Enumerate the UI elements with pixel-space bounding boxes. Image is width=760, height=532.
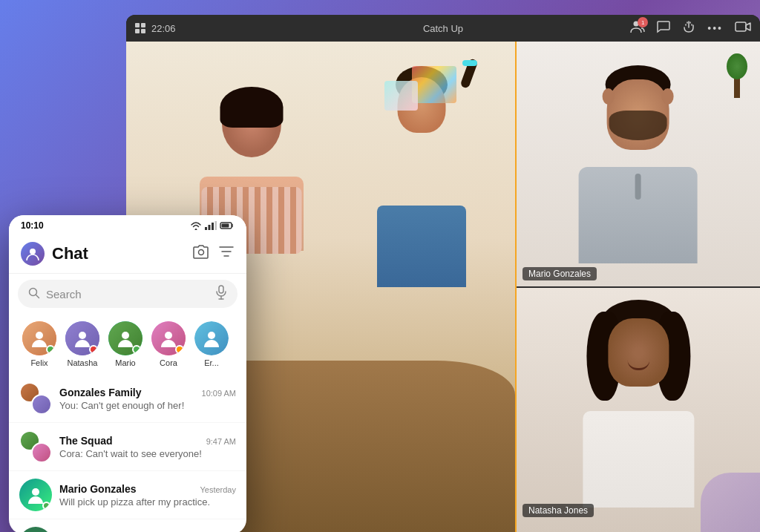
gonzales-family-header: Gonzales Family 10:09 AM [59,387,236,398]
title-bar-title: Catch Up [423,23,463,34]
svg-point-21 [122,332,129,339]
gonzales-family-preview: You: Can't get enough of her! [59,400,236,411]
felix-status [46,345,55,354]
mario-gonzales-avatar [19,479,52,511]
contact-felix[interactable]: Felix [18,321,61,367]
hand-icon[interactable] [682,20,695,36]
title-bar-right: 1 ••• [630,20,751,36]
chat-title: Chat [52,244,88,263]
svg-rect-8 [222,224,229,228]
cora-name: Cora [160,358,177,367]
header-camera-icon[interactable] [193,245,209,263]
title-bar-time: 22:06 [151,23,176,34]
cora-status [175,345,184,354]
svg-rect-4 [209,225,211,230]
mario-gonzales-header: Mario Gonzales Yesterday [59,483,236,495]
natasha-video-tile: Natasha Jones [517,288,760,533]
chat-list: Gonzales Family 10:09 AM You: Can't get … [9,375,246,532]
gonzales-family-name: Gonzales Family [59,387,141,398]
mario-gonzales-content: Mario Gonzales Yesterday Will pick up pi… [59,483,236,508]
title-bar: 22:06 Catch Up 1 [126,15,760,42]
mic-icon[interactable] [215,285,227,303]
squad-preview: Cora: Can't wait to see everyone! [59,448,236,459]
mario-label: Mario Gonzales [522,267,597,280]
green-tree-chat[interactable]: GT Green Tree House PTA Yesterday [9,519,246,532]
more-options-icon[interactable]: ••• [707,22,723,34]
svg-rect-3 [205,227,207,230]
title-bar-left: 22:06 [135,23,176,34]
contact-cora[interactable]: Cora [147,321,190,367]
gonzales-family-content: Gonzales Family 10:09 AM You: Can't get … [59,387,236,411]
chat-header-avatar [21,242,45,266]
camera-icon[interactable] [735,21,751,36]
right-video-panel: Mario Gonzales [515,42,760,532]
svg-point-23 [208,332,215,339]
svg-rect-16 [219,286,223,293]
mario-gonzales-time: Yesterday [200,485,236,494]
grid-icon[interactable] [135,23,145,33]
natasha-label: Natasha Jones [522,504,594,517]
squad-avatar [19,430,52,463]
gonzales-family-avatar [19,382,52,415]
svg-point-24 [32,488,39,496]
chat-bubble-icon[interactable] [657,20,670,36]
svg-point-22 [165,332,172,339]
search-icon [28,287,40,301]
squad-time: 9:47 AM [206,437,236,446]
svg-rect-2 [736,22,746,31]
contact-er[interactable]: Er... [190,321,233,367]
phone-header-left: Chat [21,242,88,266]
people-icon[interactable]: 1 [630,20,645,36]
squad-header: The Squad 9:47 AM [59,435,236,447]
gonzales-family-time: 10:09 AM [202,389,236,398]
search-bar[interactable]: Search [18,280,238,308]
status-icons [190,221,235,230]
squad-chat[interactable]: The Squad 9:47 AM Cora: Can't wait to se… [9,423,246,471]
mobile-phone: 10:10 [9,215,246,532]
svg-point-20 [79,332,86,339]
mario-video-tile: Mario Gonzales [517,42,760,288]
phone-status-bar: 10:10 [9,215,246,236]
squad-name: The Squad [59,435,113,447]
natasha-status [89,345,98,354]
gonzales-family-chat[interactable]: Gonzales Family 10:09 AM You: Can't get … [9,375,246,423]
notification-badge: 1 [638,17,648,27]
svg-rect-5 [212,223,214,230]
contact-mario[interactable]: Mario [104,321,147,367]
mario-contact-name: Mario [115,358,136,367]
svg-rect-6 [215,221,217,230]
svg-point-19 [36,332,43,339]
er-name: Er... [204,358,219,367]
felix-name: Felix [30,358,48,367]
green-tree-avatar: GT [19,527,52,532]
header-icons [193,245,235,263]
phone-chat-header: Chat [9,236,246,274]
svg-point-10 [199,249,204,254]
search-placeholder: Search [46,288,209,301]
svg-point-9 [30,249,36,254]
svg-line-15 [36,295,39,298]
mario-gonzales-preview: Will pick up pizza after my practice. [59,496,236,508]
phone-time: 10:10 [21,220,44,231]
mario-gonzales-chat[interactable]: Mario Gonzales Yesterday Will pick up pi… [9,471,246,519]
mario-online-status [42,502,50,510]
contacts-row: Felix Natasha [9,314,246,375]
header-filter-icon[interactable] [218,245,235,263]
squad-content: The Squad 9:47 AM Cora: Can't wait to se… [59,435,236,459]
mario-gonzales-name: Mario Gonzales [59,483,136,495]
natasha-name: Natasha [68,358,98,367]
mario-contact-status [132,345,141,354]
contact-natasha[interactable]: Natasha [61,321,104,367]
